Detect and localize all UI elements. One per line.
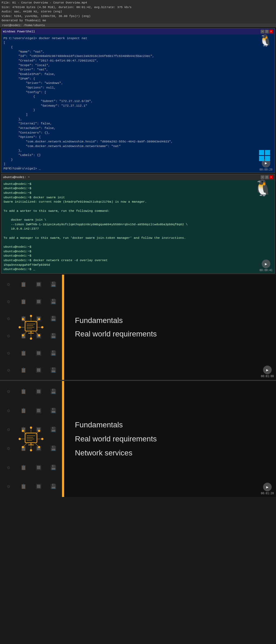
linux-titlebar-controls[interactable]: ─ □ ✕ (261, 175, 273, 179)
titlebar-left: Windows PowerShell (3, 30, 35, 33)
pattern-cell: 💾 (46, 401, 61, 420)
slide1-play-overlay[interactable]: ▶ 00:01:00 (261, 366, 274, 378)
file-info-line4: Video: h264, yuv420p, 1280x720, 30.00 fp… (2, 14, 274, 19)
pattern-cell: ⚙ (1, 310, 16, 327)
powershell-body: PS C:\Users\nigel> docker network inspec… (1, 35, 275, 173)
linux-titlebar-left: ubuntu@node1: ~ (3, 176, 30, 179)
slide2-play-btn[interactable]: ▶ (263, 483, 272, 491)
slide-text-realworld-1: Real world requirements (75, 329, 265, 339)
play-button-linux[interactable]: ▶ (262, 260, 270, 268)
pattern-cell: 💾 (46, 439, 61, 458)
slide-bg-2: ⚙ 📋 🔲 💾 ⚙ 📋 🔲 💾 ⚙ 📋 🔲 💾 ⚙ 📋 🔲 💾 ⚙ 📋 🔲 (0, 381, 62, 497)
svg-point-6 (30, 338, 32, 340)
terminals-area: Windows PowerShell ─ □ ✕ PS C:\Users\nig… (0, 28, 276, 274)
penguin-icon-linux: 🐧 (253, 181, 272, 197)
file-info-line2: Size: 4783148 bytes (4.56 MiB), duration… (2, 5, 274, 10)
svg-line-41 (24, 444, 26, 446)
pattern-cell: 🔲 (31, 276, 46, 293)
linux-play-overlay[interactable]: ▶ 00:00:41 (260, 260, 272, 272)
pattern-cell: ⚙ (1, 439, 16, 458)
svg-point-11 (38, 334, 40, 336)
titlebar-controls[interactable]: ─ □ ✕ (261, 30, 273, 33)
pattern-cell: 💾 (46, 276, 61, 293)
file-info-line1: File: 01 - Course Overview - Course Over… (2, 1, 274, 5)
slide-right-2: Fundamentals Real world requirements Net… (64, 381, 276, 497)
svg-line-18 (24, 332, 26, 334)
linux-close-btn[interactable]: ✕ (269, 175, 273, 179)
pattern-cell: ⚙ (1, 276, 16, 293)
linux-minimize-btn[interactable]: ─ (261, 175, 264, 179)
linux-window: ubuntu@node1: ~ ─ □ ✕ ubuntu@node1:~$ ub… (1, 174, 275, 274)
svg-line-19 (36, 332, 38, 334)
pattern-cell: 📋 (16, 477, 31, 496)
file-info-line5: Generated by Thumbnail me (2, 18, 274, 23)
ps-time: 00:00:20 (260, 168, 272, 171)
pattern-cell: 📋 (16, 362, 31, 379)
powershell-titlebar: Windows PowerShell ─ □ ✕ (1, 29, 275, 35)
pattern-cell: ⚙ (1, 382, 16, 401)
linux-body: ubuntu@node1:~$ ubuntu@node1:~$ ubuntu@n… (1, 180, 275, 273)
linux-titlebar: ubuntu@node1: ~ ─ □ ✕ (1, 174, 275, 180)
slide-text-fundamentals-2: Fundamentals (75, 420, 265, 430)
svg-rect-2 (259, 156, 264, 161)
file-info-line3: Audio: aac, 44100 Hz, stereo (eng) (2, 9, 274, 14)
slide-left-2: ⚙ 📋 🔲 💾 ⚙ 📋 🔲 💾 ⚙ 📋 🔲 💾 ⚙ 📋 🔲 💾 ⚙ 📋 🔲 (0, 381, 62, 497)
slide2-play-overlay[interactable]: ▶ 00:01:20 (261, 483, 274, 495)
center-icon-2 (18, 425, 44, 452)
pattern-cell: ⚙ (1, 458, 16, 477)
pattern-cell: 📋 (16, 345, 31, 362)
slide-left-1: ⚙ 📋 🔲 💾 ⚙ 📋 🔲 💾 ⚙ 📋 🔲 💾 ⚙ 📋 🔲 💾 (0, 275, 62, 380)
linux-topbar-label: root@node1: /home/ubuntu (2, 24, 45, 27)
svg-point-7 (19, 326, 21, 328)
maximize-btn[interactable]: □ (265, 30, 269, 33)
pattern-cell: ⚙ (1, 345, 16, 362)
slide-text-fundamentals-1: Fundamentals (75, 316, 265, 325)
svg-point-31 (22, 430, 24, 432)
windows-icon (259, 150, 270, 165)
pattern-cell: ⚙ (1, 477, 16, 496)
close-btn[interactable]: ✕ (269, 30, 273, 33)
svg-rect-3 (265, 156, 270, 161)
slide-section-2: ⚙ 📋 🔲 💾 ⚙ 📋 🔲 💾 ⚙ 📋 🔲 💾 ⚙ 📋 🔲 💾 ⚙ 📋 🔲 (0, 381, 276, 497)
svg-point-10 (22, 334, 24, 336)
svg-point-4 (30, 315, 32, 317)
svg-rect-20 (25, 321, 37, 331)
minimize-btn[interactable]: ─ (261, 30, 264, 33)
pattern-cell: ⚙ (1, 327, 16, 345)
svg-point-30 (19, 438, 21, 440)
pattern-cell: 💾 (46, 310, 61, 327)
slide-text-network-services: Network services (75, 448, 265, 458)
svg-point-9 (38, 318, 40, 320)
slide-right-1: Fundamentals Real world requirements (64, 275, 276, 380)
pattern-cell: 💾 (46, 477, 61, 496)
linux-title: ubuntu@node1: ~ (3, 176, 30, 179)
linux-topbar: root@node1: /home/ubuntu (0, 23, 276, 27)
center-icon-1 (18, 314, 44, 341)
pattern-cell: 🔲 (31, 458, 46, 477)
svg-rect-0 (259, 150, 264, 155)
svg-point-34 (38, 446, 40, 448)
slide-section-1: ⚙ 📋 🔲 💾 ⚙ 📋 🔲 💾 ⚙ 📋 🔲 💾 ⚙ 📋 🔲 💾 (0, 275, 276, 380)
ps-labels-line: Labels: {} (5, 166, 21, 171)
slide1-play-btn[interactable]: ▶ (263, 366, 272, 374)
pattern-cell: 💾 (46, 458, 61, 477)
svg-rect-1 (265, 150, 270, 155)
pattern-cell: 🔲 (31, 345, 46, 362)
slide2-time: 00:01:20 (261, 492, 274, 495)
pattern-cell: ⚙ (1, 401, 16, 420)
powershell-content: PS C:\Users\nigel> docker network inspec… (4, 36, 272, 171)
pattern-cell: 📋 (16, 293, 31, 310)
pattern-cell: 💾 (46, 420, 61, 439)
linux-maximize-btn[interactable]: □ (265, 175, 269, 179)
slide-accent-1 (62, 275, 64, 380)
svg-point-33 (22, 446, 24, 448)
pattern-cell: 🔲 (31, 401, 46, 420)
slide-bg-1: ⚙ 📋 🔲 💾 ⚙ 📋 🔲 💾 ⚙ 📋 🔲 💾 ⚙ 📋 🔲 💾 (0, 275, 62, 380)
file-info: File: 01 - Course Overview - Course Over… (0, 0, 276, 23)
svg-rect-43 (25, 433, 37, 443)
svg-point-28 (41, 438, 43, 440)
powershell-title: Windows PowerShell (3, 30, 35, 33)
svg-point-27 (30, 427, 32, 429)
pattern-cell: 🔲 (31, 382, 46, 401)
svg-line-42 (36, 444, 38, 446)
